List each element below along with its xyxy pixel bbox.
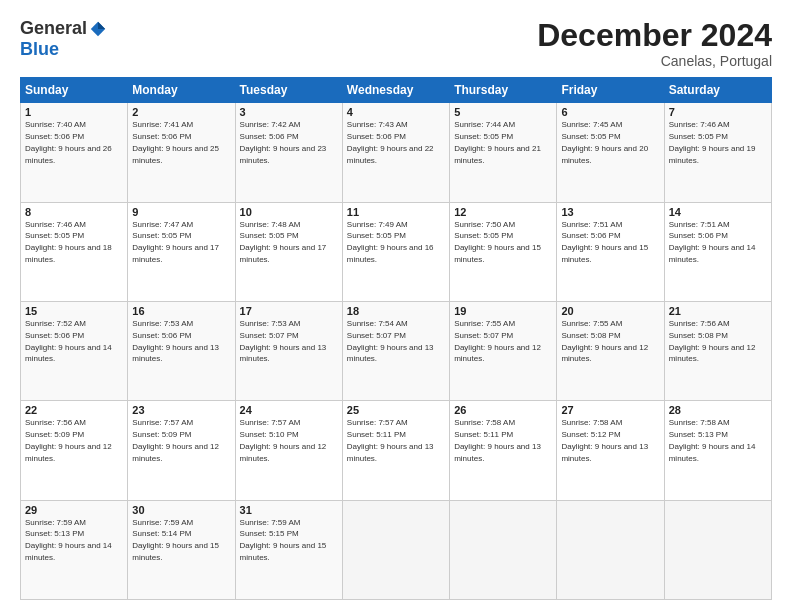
- day-info: Sunrise: 7:54 AMSunset: 5:07 PMDaylight:…: [347, 319, 434, 363]
- day-info: Sunrise: 7:55 AMSunset: 5:07 PMDaylight:…: [454, 319, 541, 363]
- calendar-cell: [557, 500, 664, 599]
- calendar-cell: 1Sunrise: 7:40 AMSunset: 5:06 PMDaylight…: [21, 103, 128, 202]
- day-number: 1: [25, 106, 123, 118]
- day-info: Sunrise: 7:59 AMSunset: 5:13 PMDaylight:…: [25, 518, 112, 562]
- day-number: 10: [240, 206, 338, 218]
- day-info: Sunrise: 7:51 AMSunset: 5:06 PMDaylight:…: [669, 220, 756, 264]
- day-info: Sunrise: 7:56 AMSunset: 5:09 PMDaylight:…: [25, 418, 112, 462]
- weekday-header-tuesday: Tuesday: [235, 78, 342, 103]
- calendar-cell: 22Sunrise: 7:56 AMSunset: 5:09 PMDayligh…: [21, 401, 128, 500]
- day-number: 23: [132, 404, 230, 416]
- weekday-header-monday: Monday: [128, 78, 235, 103]
- day-info: Sunrise: 7:44 AMSunset: 5:05 PMDaylight:…: [454, 120, 541, 164]
- calendar-cell: 9Sunrise: 7:47 AMSunset: 5:05 PMDaylight…: [128, 202, 235, 301]
- day-info: Sunrise: 7:49 AMSunset: 5:05 PMDaylight:…: [347, 220, 434, 264]
- calendar-cell: 4Sunrise: 7:43 AMSunset: 5:06 PMDaylight…: [342, 103, 449, 202]
- calendar-cell: 2Sunrise: 7:41 AMSunset: 5:06 PMDaylight…: [128, 103, 235, 202]
- day-number: 3: [240, 106, 338, 118]
- calendar-cell: 20Sunrise: 7:55 AMSunset: 5:08 PMDayligh…: [557, 301, 664, 400]
- calendar-cell: 24Sunrise: 7:57 AMSunset: 5:10 PMDayligh…: [235, 401, 342, 500]
- calendar-cell: 28Sunrise: 7:58 AMSunset: 5:13 PMDayligh…: [664, 401, 771, 500]
- week-row-1: 1Sunrise: 7:40 AMSunset: 5:06 PMDaylight…: [21, 103, 772, 202]
- day-info: Sunrise: 7:58 AMSunset: 5:13 PMDaylight:…: [669, 418, 756, 462]
- day-info: Sunrise: 7:48 AMSunset: 5:05 PMDaylight:…: [240, 220, 327, 264]
- day-number: 12: [454, 206, 552, 218]
- day-info: Sunrise: 7:50 AMSunset: 5:05 PMDaylight:…: [454, 220, 541, 264]
- calendar-cell: [342, 500, 449, 599]
- calendar-cell: 18Sunrise: 7:54 AMSunset: 5:07 PMDayligh…: [342, 301, 449, 400]
- day-info: Sunrise: 7:57 AMSunset: 5:09 PMDaylight:…: [132, 418, 219, 462]
- day-number: 18: [347, 305, 445, 317]
- week-row-2: 8Sunrise: 7:46 AMSunset: 5:05 PMDaylight…: [21, 202, 772, 301]
- day-number: 16: [132, 305, 230, 317]
- svg-marker-1: [98, 21, 105, 28]
- day-number: 26: [454, 404, 552, 416]
- day-number: 25: [347, 404, 445, 416]
- day-number: 29: [25, 504, 123, 516]
- day-number: 21: [669, 305, 767, 317]
- day-number: 31: [240, 504, 338, 516]
- day-info: Sunrise: 7:58 AMSunset: 5:11 PMDaylight:…: [454, 418, 541, 462]
- calendar-cell: 15Sunrise: 7:52 AMSunset: 5:06 PMDayligh…: [21, 301, 128, 400]
- day-number: 6: [561, 106, 659, 118]
- calendar-cell: 7Sunrise: 7:46 AMSunset: 5:05 PMDaylight…: [664, 103, 771, 202]
- day-info: Sunrise: 7:59 AMSunset: 5:14 PMDaylight:…: [132, 518, 219, 562]
- day-info: Sunrise: 7:58 AMSunset: 5:12 PMDaylight:…: [561, 418, 648, 462]
- calendar-cell: 12Sunrise: 7:50 AMSunset: 5:05 PMDayligh…: [450, 202, 557, 301]
- day-info: Sunrise: 7:53 AMSunset: 5:06 PMDaylight:…: [132, 319, 219, 363]
- day-info: Sunrise: 7:57 AMSunset: 5:11 PMDaylight:…: [347, 418, 434, 462]
- day-number: 13: [561, 206, 659, 218]
- day-number: 4: [347, 106, 445, 118]
- calendar-cell: 5Sunrise: 7:44 AMSunset: 5:05 PMDaylight…: [450, 103, 557, 202]
- calendar-cell: 3Sunrise: 7:42 AMSunset: 5:06 PMDaylight…: [235, 103, 342, 202]
- title-block: December 2024 Canelas, Portugal: [537, 18, 772, 69]
- logo-blue-text: Blue: [20, 39, 59, 60]
- day-info: Sunrise: 7:57 AMSunset: 5:10 PMDaylight:…: [240, 418, 327, 462]
- weekday-header-thursday: Thursday: [450, 78, 557, 103]
- day-number: 20: [561, 305, 659, 317]
- day-info: Sunrise: 7:56 AMSunset: 5:08 PMDaylight:…: [669, 319, 756, 363]
- calendar-cell: [450, 500, 557, 599]
- day-info: Sunrise: 7:59 AMSunset: 5:15 PMDaylight:…: [240, 518, 327, 562]
- calendar-cell: 17Sunrise: 7:53 AMSunset: 5:07 PMDayligh…: [235, 301, 342, 400]
- day-info: Sunrise: 7:42 AMSunset: 5:06 PMDaylight:…: [240, 120, 327, 164]
- day-info: Sunrise: 7:43 AMSunset: 5:06 PMDaylight:…: [347, 120, 434, 164]
- day-info: Sunrise: 7:51 AMSunset: 5:06 PMDaylight:…: [561, 220, 648, 264]
- week-row-4: 22Sunrise: 7:56 AMSunset: 5:09 PMDayligh…: [21, 401, 772, 500]
- week-row-3: 15Sunrise: 7:52 AMSunset: 5:06 PMDayligh…: [21, 301, 772, 400]
- day-info: Sunrise: 7:47 AMSunset: 5:05 PMDaylight:…: [132, 220, 219, 264]
- day-number: 15: [25, 305, 123, 317]
- day-number: 24: [240, 404, 338, 416]
- day-number: 8: [25, 206, 123, 218]
- day-number: 19: [454, 305, 552, 317]
- location: Canelas, Portugal: [537, 53, 772, 69]
- day-number: 30: [132, 504, 230, 516]
- calendar-cell: 10Sunrise: 7:48 AMSunset: 5:05 PMDayligh…: [235, 202, 342, 301]
- calendar-table: SundayMondayTuesdayWednesdayThursdayFrid…: [20, 77, 772, 600]
- day-info: Sunrise: 7:46 AMSunset: 5:05 PMDaylight:…: [25, 220, 112, 264]
- day-number: 17: [240, 305, 338, 317]
- calendar-cell: 26Sunrise: 7:58 AMSunset: 5:11 PMDayligh…: [450, 401, 557, 500]
- day-number: 2: [132, 106, 230, 118]
- day-number: 27: [561, 404, 659, 416]
- calendar-cell: 30Sunrise: 7:59 AMSunset: 5:14 PMDayligh…: [128, 500, 235, 599]
- calendar-cell: 31Sunrise: 7:59 AMSunset: 5:15 PMDayligh…: [235, 500, 342, 599]
- weekday-header-sunday: Sunday: [21, 78, 128, 103]
- week-row-5: 29Sunrise: 7:59 AMSunset: 5:13 PMDayligh…: [21, 500, 772, 599]
- weekday-header-row: SundayMondayTuesdayWednesdayThursdayFrid…: [21, 78, 772, 103]
- logo: General Blue: [20, 18, 107, 60]
- day-number: 11: [347, 206, 445, 218]
- weekday-header-friday: Friday: [557, 78, 664, 103]
- calendar-cell: 29Sunrise: 7:59 AMSunset: 5:13 PMDayligh…: [21, 500, 128, 599]
- calendar-cell: 8Sunrise: 7:46 AMSunset: 5:05 PMDaylight…: [21, 202, 128, 301]
- calendar-cell: 14Sunrise: 7:51 AMSunset: 5:06 PMDayligh…: [664, 202, 771, 301]
- day-number: 7: [669, 106, 767, 118]
- day-number: 9: [132, 206, 230, 218]
- weekday-header-wednesday: Wednesday: [342, 78, 449, 103]
- calendar-cell: 21Sunrise: 7:56 AMSunset: 5:08 PMDayligh…: [664, 301, 771, 400]
- day-number: 22: [25, 404, 123, 416]
- calendar-cell: [664, 500, 771, 599]
- calendar-cell: 23Sunrise: 7:57 AMSunset: 5:09 PMDayligh…: [128, 401, 235, 500]
- weekday-header-saturday: Saturday: [664, 78, 771, 103]
- day-info: Sunrise: 7:52 AMSunset: 5:06 PMDaylight:…: [25, 319, 112, 363]
